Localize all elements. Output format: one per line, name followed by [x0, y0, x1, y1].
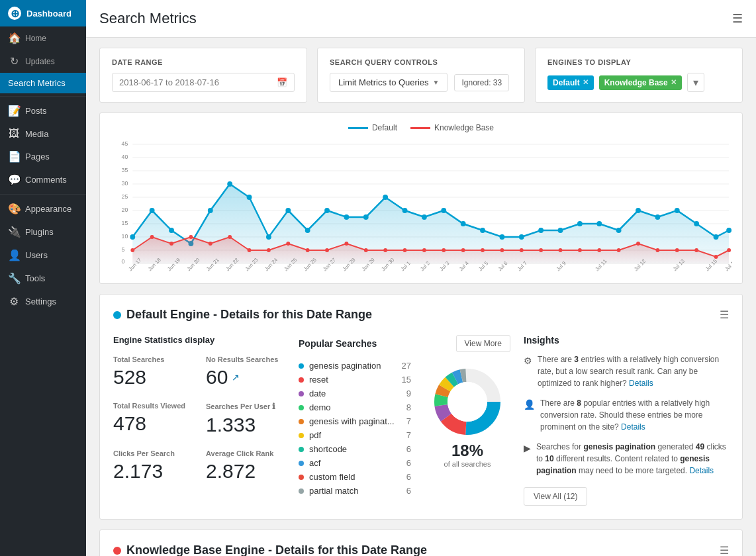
- sidebar-item-appearance[interactable]: 🎨 Appearance: [0, 197, 86, 220]
- hamburger-icon[interactable]: ☰: [732, 11, 743, 26]
- calendar-icon: 📅: [277, 77, 287, 87]
- popular-dot: [299, 447, 304, 452]
- sidebar-divider-2: [0, 194, 86, 195]
- svg-point-25: [208, 208, 213, 213]
- view-all-button[interactable]: View All (12): [524, 487, 587, 506]
- sidebar-item-home[interactable]: 🏠 Home: [0, 26, 86, 50]
- popular-count: 6: [406, 486, 411, 496]
- stats-content: Engine Statistics display Total Searches…: [113, 335, 729, 506]
- sidebar-item-users[interactable]: 👤 Users: [0, 244, 86, 267]
- sidebar-item-label: Plugins: [25, 227, 54, 237]
- sidebar-item-settings[interactable]: ⚙ Settings: [0, 290, 86, 313]
- sidebar-logo[interactable]: Dashboard: [0, 0, 86, 26]
- posts-icon: 📝: [8, 105, 20, 117]
- updates-icon: ↻: [8, 55, 20, 68]
- popular-count: 8: [406, 402, 411, 412]
- remove-knowledge-icon[interactable]: ✕: [671, 78, 677, 87]
- default-section-options-icon[interactable]: ☰: [720, 308, 729, 321]
- sidebar-item-comments[interactable]: 💬 Comments: [0, 168, 86, 191]
- sidebar-item-posts[interactable]: 📝 Posts: [0, 99, 86, 122]
- legend-default-label: Default: [372, 123, 397, 132]
- popular-list-item: custom field6: [299, 470, 411, 484]
- engine-tag-knowledge[interactable]: Knowledge Base ✕: [599, 75, 682, 90]
- legend-knowledge-label: Knowledge Base: [434, 123, 494, 132]
- engine-tag-default[interactable]: Default ✕: [547, 75, 594, 90]
- sidebar-item-media[interactable]: 🖼 Media: [0, 122, 86, 145]
- donut-percent: 18%: [444, 441, 491, 460]
- svg-point-35: [402, 208, 408, 213]
- main-header: Search Metrics ☰: [86, 0, 756, 38]
- popular-name: demo: [309, 402, 401, 412]
- popular-count: 27: [402, 361, 411, 371]
- date-range-card: Date Range 2018-06-17 to 2018-07-16 📅: [99, 48, 307, 103]
- engines-dropdown[interactable]: ▾: [687, 73, 704, 92]
- popular-dot: [299, 488, 304, 494]
- svg-point-42: [538, 228, 543, 233]
- stat-results-viewed: Total Results Viewed 478: [113, 402, 193, 436]
- sidebar-divider: [0, 96, 86, 97]
- external-link-icon[interactable]: ↗: [232, 372, 240, 383]
- engine-stats-title: Engine Statistics display: [113, 335, 285, 345]
- legend-knowledge-line: [410, 127, 430, 129]
- users-icon: 👤: [8, 249, 20, 261]
- popular-content: genesis pagination27reset15date9demo8gen…: [299, 359, 510, 498]
- date-range-input[interactable]: 2018-06-17 to 2018-07-16 📅: [112, 73, 295, 92]
- stat-label: Clicks Per Search: [113, 449, 193, 457]
- svg-text:30: 30: [122, 180, 128, 187]
- default-engine-section: Default Engine - Details for this Date R…: [99, 294, 743, 520]
- popular-list-item: demo8: [299, 400, 411, 414]
- svg-point-27: [247, 195, 252, 200]
- insight-text: There are 3 entries with a relatively hi…: [538, 353, 729, 389]
- appearance-icon: 🎨: [8, 203, 20, 215]
- sidebar-item-updates[interactable]: ↻ Updates: [0, 50, 86, 73]
- sidebar-item-label: Comments: [25, 175, 67, 185]
- svg-point-37: [441, 208, 446, 213]
- query-row: Limit Metrics to Queries ▼ Ignored: 33: [330, 73, 512, 92]
- popular-count: 7: [406, 430, 411, 440]
- popular-dot: [299, 363, 304, 369]
- sidebar-item-pages[interactable]: 📄 Pages: [0, 145, 86, 168]
- stat-label: Total Results Viewed: [113, 402, 193, 410]
- kb-section: Knowledge Base Engine - Details for this…: [99, 530, 743, 556]
- popular-name: date: [309, 389, 401, 398]
- insights-title: Insights: [524, 335, 729, 346]
- popular-dot: [299, 419, 304, 424]
- popular-dot: [299, 433, 304, 438]
- svg-point-75: [539, 248, 543, 252]
- popular-name: reset: [309, 375, 397, 385]
- popular-count: 9: [406, 389, 411, 398]
- svg-text:45: 45: [122, 140, 128, 147]
- sidebar-item-label: Updates: [25, 57, 55, 66]
- stat-value-avg-click-rank: 2.872: [206, 460, 285, 483]
- view-more-button[interactable]: View More: [456, 335, 510, 352]
- svg-point-33: [363, 214, 369, 220]
- popular-list-item: partial match6: [299, 484, 411, 498]
- media-icon: 🖼: [8, 128, 20, 140]
- svg-point-59: [228, 235, 232, 239]
- sidebar-item-tools[interactable]: 🔧 Tools: [0, 267, 86, 290]
- stat-value-clicks-per-search: 2.173: [113, 460, 193, 483]
- sidebar-item-label: Home: [25, 34, 46, 43]
- svg-point-79: [617, 248, 621, 252]
- popular-count: 15: [402, 375, 411, 385]
- popular-dot: [299, 377, 304, 383]
- sidebar-item-search-metrics[interactable]: Search Metrics: [0, 73, 86, 93]
- info-icon[interactable]: ℹ: [272, 402, 275, 411]
- svg-point-39: [480, 228, 485, 233]
- svg-point-48: [655, 214, 660, 220]
- remove-default-icon[interactable]: ✕: [583, 78, 589, 87]
- svg-text:0: 0: [122, 258, 125, 265]
- stats-right: Insights ⚙There are 3 entries with a rel…: [524, 335, 729, 506]
- svg-point-71: [461, 248, 465, 252]
- popular-count: 6: [406, 472, 411, 482]
- insight-text: Searches for genesis pagination generate…: [536, 441, 729, 477]
- sidebar-item-label: Media: [25, 129, 48, 139]
- svg-point-62: [286, 242, 290, 246]
- kb-section-options-icon[interactable]: ☰: [720, 544, 729, 556]
- popular-name: genesis with paginat...: [309, 416, 401, 426]
- limit-metrics-dropdown[interactable]: Limit Metrics to Queries ▼: [330, 73, 448, 92]
- sidebar-logo-text: Dashboard: [26, 9, 71, 19]
- svg-point-84: [714, 255, 718, 259]
- sidebar-item-plugins[interactable]: 🔌 Plugins: [0, 220, 86, 244]
- donut-label: 18% of all searches: [444, 441, 491, 468]
